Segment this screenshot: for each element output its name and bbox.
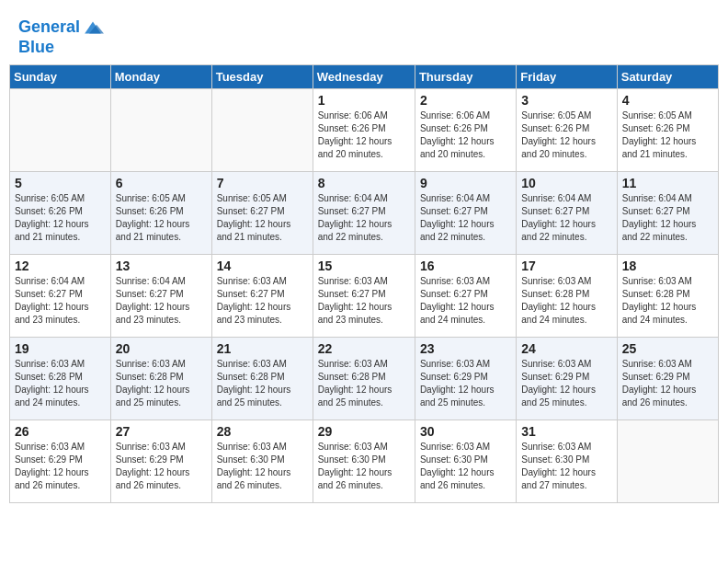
day-number: 30 [420,424,511,439]
day-info: Sunrise: 6:03 AM Sunset: 6:27 PM Dayligh… [318,275,410,327]
day-info: Sunrise: 6:04 AM Sunset: 6:27 PM Dayligh… [521,192,611,244]
calendar-cell: 23Sunrise: 6:03 AM Sunset: 6:29 PM Dayli… [415,337,516,419]
page-header: General Blue [9,9,719,61]
calendar-cell: 4Sunrise: 6:05 AM Sunset: 6:26 PM Daylig… [617,88,718,171]
day-number: 14 [217,259,308,273]
day-info: Sunrise: 6:04 AM Sunset: 6:27 PM Dayligh… [15,275,106,327]
day-number: 5 [15,176,106,190]
day-number: 2 [420,93,511,108]
calendar-cell [211,88,313,171]
day-info: Sunrise: 6:04 AM Sunset: 6:27 PM Dayligh… [116,275,207,327]
day-number: 15 [318,259,410,273]
day-info: Sunrise: 6:03 AM Sunset: 6:28 PM Dayligh… [521,275,611,327]
day-number: 6 [116,176,207,190]
day-info: Sunrise: 6:04 AM Sunset: 6:27 PM Dayligh… [318,192,410,244]
day-info: Sunrise: 6:04 AM Sunset: 6:27 PM Dayligh… [420,192,511,244]
calendar-cell: 11Sunrise: 6:04 AM Sunset: 6:27 PM Dayli… [617,171,718,254]
day-number: 25 [622,341,713,356]
calendar-cell: 18Sunrise: 6:03 AM Sunset: 6:28 PM Dayli… [617,254,718,337]
calendar-cell: 3Sunrise: 6:05 AM Sunset: 6:26 PM Daylig… [517,88,617,171]
calendar-cell [10,88,111,171]
day-number: 29 [318,424,410,439]
day-number: 1 [318,93,410,108]
calendar-cell: 2Sunrise: 6:06 AM Sunset: 6:26 PM Daylig… [415,88,516,171]
day-number: 22 [318,341,410,356]
calendar-cell: 13Sunrise: 6:04 AM Sunset: 6:27 PM Dayli… [110,254,211,337]
day-number: 11 [622,176,713,190]
calendar-cell: 31Sunrise: 6:03 AM Sunset: 6:30 PM Dayli… [517,419,617,502]
day-info: Sunrise: 6:06 AM Sunset: 6:26 PM Dayligh… [318,109,410,161]
calendar-cell: 27Sunrise: 6:03 AM Sunset: 6:29 PM Dayli… [110,419,211,502]
calendar-cell: 16Sunrise: 6:03 AM Sunset: 6:27 PM Dayli… [415,254,516,337]
calendar-cell: 21Sunrise: 6:03 AM Sunset: 6:28 PM Dayli… [211,337,313,419]
calendar-cell: 12Sunrise: 6:04 AM Sunset: 6:27 PM Dayli… [10,254,111,337]
day-info: Sunrise: 6:03 AM Sunset: 6:29 PM Dayligh… [116,441,207,492]
calendar-cell [617,419,718,502]
weekday-header-wednesday: Wednesday [313,64,415,88]
logo-subtext: Blue [18,39,104,57]
calendar-cell: 28Sunrise: 6:03 AM Sunset: 6:30 PM Dayli… [211,419,313,502]
day-number: 3 [521,93,611,108]
day-number: 10 [521,176,611,190]
calendar-cell: 26Sunrise: 6:03 AM Sunset: 6:29 PM Dayli… [10,419,111,502]
calendar-cell: 6Sunrise: 6:05 AM Sunset: 6:26 PM Daylig… [110,171,211,254]
day-number: 26 [15,424,106,439]
day-info: Sunrise: 6:03 AM Sunset: 6:29 PM Dayligh… [521,358,611,409]
calendar-cell: 17Sunrise: 6:03 AM Sunset: 6:28 PM Dayli… [517,254,617,337]
day-number: 17 [521,259,611,273]
day-number: 23 [420,341,511,356]
calendar-cell: 10Sunrise: 6:04 AM Sunset: 6:27 PM Dayli… [517,171,617,254]
day-info: Sunrise: 6:03 AM Sunset: 6:28 PM Dayligh… [116,358,207,409]
day-info: Sunrise: 6:05 AM Sunset: 6:26 PM Dayligh… [521,109,611,161]
day-info: Sunrise: 6:05 AM Sunset: 6:26 PM Dayligh… [622,109,713,161]
calendar-cell: 8Sunrise: 6:04 AM Sunset: 6:27 PM Daylig… [313,171,415,254]
day-number: 21 [217,341,308,356]
day-number: 9 [420,176,511,190]
day-number: 13 [116,259,207,273]
day-number: 27 [116,424,207,439]
calendar-cell: 14Sunrise: 6:03 AM Sunset: 6:27 PM Dayli… [211,254,313,337]
day-info: Sunrise: 6:06 AM Sunset: 6:26 PM Dayligh… [420,109,511,161]
calendar-cell: 29Sunrise: 6:03 AM Sunset: 6:30 PM Dayli… [313,419,415,502]
calendar-cell: 1Sunrise: 6:06 AM Sunset: 6:26 PM Daylig… [313,88,415,171]
day-info: Sunrise: 6:03 AM Sunset: 6:27 PM Dayligh… [420,275,511,327]
day-info: Sunrise: 6:03 AM Sunset: 6:28 PM Dayligh… [15,358,106,409]
day-info: Sunrise: 6:03 AM Sunset: 6:29 PM Dayligh… [15,441,106,492]
day-number: 16 [420,259,511,273]
day-info: Sunrise: 6:05 AM Sunset: 6:26 PM Dayligh… [15,192,106,244]
day-number: 4 [622,93,713,108]
day-info: Sunrise: 6:03 AM Sunset: 6:30 PM Dayligh… [318,441,410,492]
day-number: 24 [521,341,611,356]
day-number: 8 [318,176,410,190]
day-info: Sunrise: 6:05 AM Sunset: 6:27 PM Dayligh… [217,192,308,244]
day-info: Sunrise: 6:03 AM Sunset: 6:30 PM Dayligh… [217,441,308,492]
day-number: 20 [116,341,207,356]
calendar-cell: 7Sunrise: 6:05 AM Sunset: 6:27 PM Daylig… [211,171,313,254]
calendar-cell: 25Sunrise: 6:03 AM Sunset: 6:29 PM Dayli… [617,337,718,419]
day-info: Sunrise: 6:03 AM Sunset: 6:30 PM Dayligh… [420,441,511,492]
day-info: Sunrise: 6:03 AM Sunset: 6:28 PM Dayligh… [318,358,410,409]
day-info: Sunrise: 6:03 AM Sunset: 6:30 PM Dayligh… [521,441,611,492]
calendar-cell: 5Sunrise: 6:05 AM Sunset: 6:26 PM Daylig… [10,171,111,254]
weekday-header-monday: Monday [110,64,211,88]
logo-text: General [18,17,104,39]
day-info: Sunrise: 6:04 AM Sunset: 6:27 PM Dayligh… [622,192,713,244]
day-number: 12 [15,259,106,273]
logo: General Blue [18,17,104,57]
day-info: Sunrise: 6:05 AM Sunset: 6:26 PM Dayligh… [116,192,207,244]
calendar-cell: 30Sunrise: 6:03 AM Sunset: 6:30 PM Dayli… [415,419,516,502]
calendar-cell: 22Sunrise: 6:03 AM Sunset: 6:28 PM Dayli… [313,337,415,419]
day-info: Sunrise: 6:03 AM Sunset: 6:29 PM Dayligh… [622,358,713,409]
day-info: Sunrise: 6:03 AM Sunset: 6:28 PM Dayligh… [622,275,713,327]
day-number: 31 [521,424,611,439]
calendar-cell: 15Sunrise: 6:03 AM Sunset: 6:27 PM Dayli… [313,254,415,337]
calendar-cell: 9Sunrise: 6:04 AM Sunset: 6:27 PM Daylig… [415,171,516,254]
day-number: 18 [622,259,713,273]
weekday-header-thursday: Thursday [415,64,516,88]
calendar-cell: 24Sunrise: 6:03 AM Sunset: 6:29 PM Dayli… [517,337,617,419]
weekday-header-friday: Friday [517,64,617,88]
weekday-header-saturday: Saturday [617,64,718,88]
weekday-header-sunday: Sunday [10,64,111,88]
day-number: 7 [217,176,308,190]
day-info: Sunrise: 6:03 AM Sunset: 6:28 PM Dayligh… [217,358,308,409]
